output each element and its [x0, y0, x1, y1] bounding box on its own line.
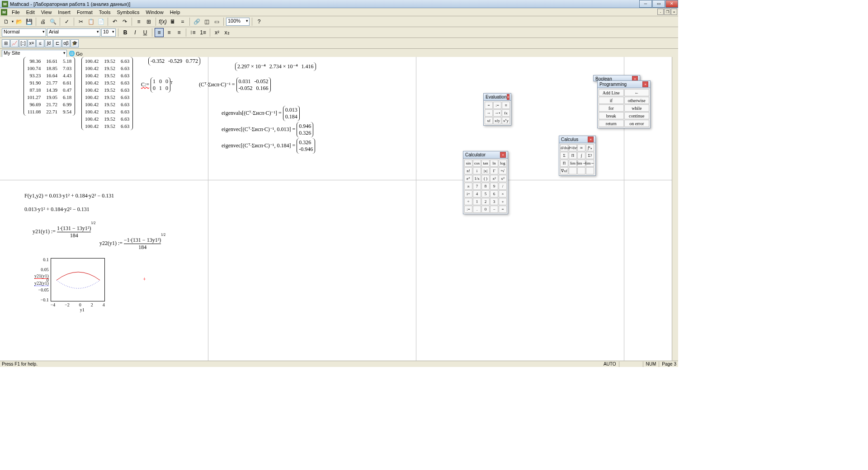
menu-symbolics[interactable]: Symbolics	[113, 9, 142, 16]
palette-button[interactable]: Π	[560, 160, 568, 167]
palette-button[interactable]: ln	[490, 160, 498, 167]
palette-button[interactable]: sin	[464, 160, 472, 167]
palette-button[interactable]: 1/x	[473, 175, 481, 182]
menu-edit[interactable]: Edit	[23, 9, 38, 16]
palette-button[interactable]	[586, 167, 594, 174]
palette-button[interactable]: fx	[502, 109, 510, 117]
palette-button[interactable]: lim→	[577, 160, 585, 167]
palette-button[interactable]: n!	[464, 167, 472, 174]
palette-button[interactable]: =	[485, 102, 493, 109]
palette-button[interactable]: 6	[490, 190, 498, 197]
palette-button[interactable]: 2	[481, 198, 490, 205]
spellcheck-button[interactable]: ✓	[62, 17, 71, 26]
size-combo[interactable]: 10	[101, 28, 116, 37]
dropdown-icon[interactable]: ▾	[12, 19, 14, 24]
evaluation-palette[interactable]: Evaluation× =:=≡→→•fxxfxfyxᶠy	[483, 93, 511, 126]
superscript-button[interactable]: x²	[212, 28, 222, 37]
zoom-combo[interactable]: 100%	[226, 18, 250, 26]
palette-button[interactable]: ≡	[502, 102, 510, 109]
palette-button[interactable]: tan	[481, 160, 490, 167]
palette-button[interactable]: /	[499, 183, 507, 190]
palette-button[interactable]: +	[499, 198, 507, 205]
new-button[interactable]: 🗋	[2, 17, 11, 26]
palette-button[interactable]: i÷	[464, 190, 472, 197]
palette-button[interactable]: d/dx	[560, 144, 568, 151]
palette-button[interactable]: 8	[481, 183, 490, 190]
style-combo[interactable]: Normal	[2, 28, 46, 37]
calculate-button[interactable]: =	[178, 17, 187, 26]
doc-minimize-button[interactable]: -	[657, 9, 664, 15]
graph-icon[interactable]: 📈	[10, 39, 19, 47]
matrix-icon[interactable]: [::]	[19, 39, 27, 47]
palette-button[interactable]: →	[485, 109, 493, 117]
close-icon[interactable]: ×	[507, 94, 510, 100]
symbolic-icon[interactable]: 🎓	[71, 39, 79, 47]
palette-button[interactable]: 9	[490, 183, 498, 190]
menu-file[interactable]: File	[9, 9, 23, 16]
print-button[interactable]: 🖨	[38, 17, 47, 26]
region-button[interactable]: ▭	[212, 17, 221, 26]
go-button[interactable]: 🌐 Go	[69, 51, 83, 56]
palette-button[interactable]: return	[599, 120, 624, 127]
palette-button[interactable]: while	[624, 104, 650, 112]
palette-button[interactable]: ∫	[577, 152, 585, 159]
evaluation-icon[interactable]: x=	[28, 39, 36, 47]
menu-insert[interactable]: Insert	[55, 9, 74, 16]
address-combo[interactable]: My Site	[2, 50, 67, 58]
boolean-icon[interactable]: ≤	[36, 39, 44, 47]
palette-button[interactable]: 4	[473, 190, 481, 197]
align-center-button[interactable]: ≡	[165, 28, 174, 37]
palette-button[interactable]: 0	[481, 206, 490, 213]
palette-button[interactable]: xᶠy	[502, 117, 510, 124]
palette-button[interactable]: ←	[624, 89, 650, 96]
italic-button[interactable]: I	[131, 28, 140, 37]
palette-button[interactable]: 1	[473, 198, 481, 205]
paste-button[interactable]: 📄	[96, 17, 105, 26]
palette-button[interactable]: on error	[624, 120, 650, 127]
font-combo[interactable]: Arial	[47, 28, 100, 37]
menu-tools[interactable]: Tools	[96, 9, 114, 16]
palette-button[interactable]: ( )	[481, 175, 490, 182]
menu-window[interactable]: Window	[143, 9, 167, 16]
palette-button[interactable]: for	[599, 104, 624, 112]
function-button[interactable]: f(x)	[158, 17, 167, 26]
palette-button[interactable]: 3	[490, 198, 498, 205]
palette-button[interactable]: →•	[493, 109, 501, 117]
palette-button[interactable]: cos	[473, 160, 481, 167]
palette-button[interactable]: ∫ᵇₐ	[586, 144, 594, 151]
link-button[interactable]: 🔗	[192, 17, 201, 26]
programming-icon[interactable]: ⊏	[53, 39, 61, 47]
palette-button[interactable]: otherwise	[624, 97, 650, 104]
numbering-button[interactable]: 1≡	[198, 28, 208, 37]
align-right-button[interactable]: ≡	[175, 28, 184, 37]
palette-button[interactable]: log	[499, 160, 507, 167]
palette-button[interactable]: .	[473, 206, 481, 213]
minimize-button[interactable]: ─	[639, 0, 652, 8]
calculator-icon[interactable]: ⊞	[2, 39, 10, 47]
redo-button[interactable]: ↷	[120, 17, 129, 26]
palette-button[interactable]: eˣ	[464, 175, 472, 182]
menu-help[interactable]: Help	[167, 9, 184, 16]
bold-button[interactable]: B	[121, 28, 130, 37]
palette-button[interactable]: ×	[499, 190, 507, 197]
palette-button[interactable]: xfy	[493, 117, 501, 124]
calculus-palette[interactable]: Calculus× d/dxdⁿ/dxⁿ∞∫ᵇₐΣΠ∫Σ?Πlimlim→lim…	[559, 136, 596, 176]
palette-button[interactable]: Π	[569, 152, 577, 159]
units-button[interactable]: 🖩	[168, 17, 177, 26]
palette-button[interactable]: Σ	[560, 152, 568, 159]
plot-region[interactable]: y21(y1) y22(y1) 0.1 0.05 0 −0.05 −0.1	[34, 258, 114, 312]
palette-button[interactable]: x²	[490, 175, 498, 182]
component-button[interactable]: ◫	[202, 17, 211, 26]
palette-button[interactable]: π	[464, 183, 472, 190]
palette-button[interactable]: lim	[569, 160, 577, 167]
underline-button[interactable]: U	[141, 28, 150, 37]
palette-button[interactable]: Add Line	[599, 89, 624, 96]
palette-button[interactable]: Σ?	[586, 152, 594, 159]
menu-format[interactable]: Format	[74, 9, 96, 16]
palette-button[interactable]: :=	[493, 102, 501, 109]
calculator-palette[interactable]: Calculator× sincostanlnlogn!i|x|Γⁿ√eˣ1/x…	[463, 151, 508, 214]
palette-button[interactable]: i	[473, 167, 481, 174]
close-icon[interactable]: ×	[588, 136, 594, 142]
palette-button[interactable]: break	[599, 112, 624, 119]
palette-button[interactable]	[569, 167, 577, 174]
